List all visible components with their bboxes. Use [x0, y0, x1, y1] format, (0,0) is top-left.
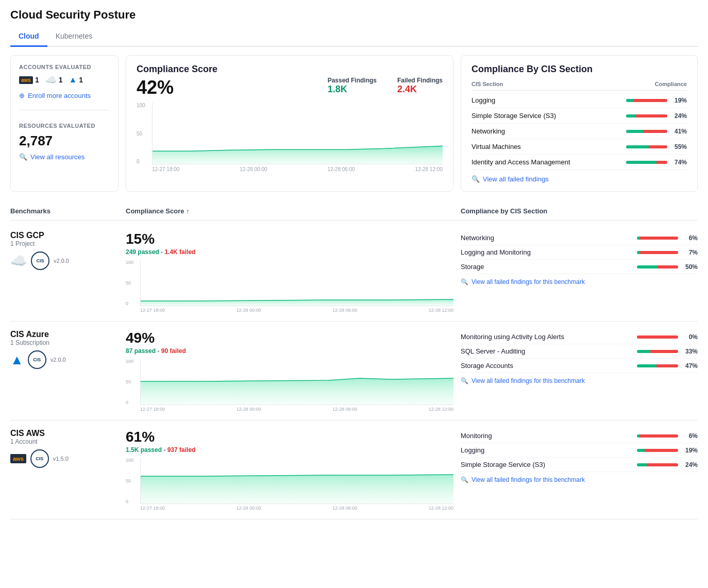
progress-bar: [637, 463, 678, 466]
progress-bar: [637, 364, 678, 367]
page-title: Cloud Security Posture: [10, 8, 698, 22]
bench-cis-monitoring: Monitoring 6%: [461, 429, 698, 443]
cis-row-name: Storage Accounts: [461, 362, 513, 369]
bench-azure-version: v2.0.0: [50, 357, 66, 363]
cis-row-name: Logging: [461, 446, 484, 454]
cis-row-right: 55%: [626, 143, 687, 150]
bench-cis-sql: SQL Server - Auditing 33%: [461, 344, 698, 359]
cis-badge-gcp: CIS: [31, 251, 49, 270]
mini-chart: [140, 260, 453, 306]
cis-row-iam: Identity and Access Management 74%: [471, 155, 687, 170]
accounts-card: Accounts Evaluated aws 1 ☁️ 1 ▲ 1: [10, 55, 119, 192]
cis-row-name: Networking: [461, 234, 494, 242]
tab-cloud[interactable]: Cloud: [10, 28, 47, 47]
bench-gcp-left: CIS GCP 1 Project ☁️ CIS v2.0.0: [10, 231, 119, 270]
progress-bar: [637, 265, 678, 268]
aws-count: 1: [35, 76, 39, 84]
cis-row-right: 41%: [626, 128, 687, 135]
progress-bar: [637, 237, 678, 240]
failed-stat: Failed Findings 2.4K: [397, 77, 443, 95]
cis-row-name: Storage: [461, 263, 484, 271]
bench-aws-name: CIS AWS: [10, 429, 119, 438]
cis-badge-aws: CIS: [30, 449, 49, 468]
cis-row-name: SQL Server - Auditing: [461, 347, 525, 355]
view-failed-findings-link[interactable]: 🔍 View all failed findings: [471, 175, 687, 183]
bench-aws-view-link[interactable]: 🔍 View all failed findings for this benc…: [461, 476, 698, 483]
bench-azure-view-link[interactable]: 🔍 View all failed findings for this benc…: [461, 377, 698, 384]
bench-gcp-score: 15%: [126, 231, 453, 247]
bench-gcp-version: v2.0.0: [54, 258, 69, 264]
bench-gcp-sub: 1 Project: [10, 240, 119, 247]
view-failed-label: View all failed findings: [483, 175, 549, 183]
bench-aws-right: Monitoring 6% Logging 19%: [461, 429, 698, 483]
mini-chart-x: 12-27 18:0012-28 00:0012-28 06:0012-28 1…: [140, 308, 453, 313]
cis-card-title: Compliance By CIS Section: [471, 64, 687, 75]
bench-azure-stats: 87 passed - 90 failed: [126, 347, 453, 355]
chart-x-labels: 12-27 18:0012-28 00:0012-28 06:0012-28 1…: [152, 166, 443, 172]
progress-bar: [637, 251, 678, 254]
bench-azure-icons: ▲ CIS v2.0.0: [10, 350, 119, 369]
enroll-icon: ⊕: [19, 92, 25, 99]
cis-row-s3: Simple Storage Service (S3) 24%: [471, 108, 687, 124]
passed-stat: Passed Findings 1.8K: [328, 77, 377, 95]
cis-row-name: Simple Storage Service (S3): [471, 112, 556, 120]
bench-cis-activity-log: Monitoring using Activity Log Alerts 0%: [461, 330, 698, 344]
view-resources-label: View all resources: [30, 153, 85, 161]
bench-aws-score: 61%: [126, 429, 453, 445]
azure-failed: 90 failed: [161, 347, 186, 355]
cis-badge-text: CIS: [33, 357, 41, 362]
view-link-label: View all failed findings for this benchm…: [471, 377, 585, 384]
pct-label: 41%: [672, 128, 687, 135]
failed-label: Failed Findings: [397, 77, 443, 84]
cis-row-name: Simple Storage Service (S3): [461, 461, 545, 468]
benchmark-aws-row: CIS AWS 1 Account aws CIS v1.5.0 61% 1.5…: [10, 421, 698, 519]
pct-label: 74%: [672, 159, 687, 166]
gcp-cloud-icon: ☁️: [10, 253, 27, 269]
cis-row-name: Identity and Access Management: [471, 158, 570, 166]
cis-row-logging: Logging 19%: [471, 93, 687, 108]
benchmark-gcp-row: CIS GCP 1 Project ☁️ CIS v2.0.0 15% 249 …: [10, 223, 698, 322]
score-stats: Passed Findings 1.8K Failed Findings 2.4…: [328, 77, 443, 95]
bench-azure-left: CIS Azure 1 Subscription ▲ CIS v2.0.0: [10, 330, 119, 369]
progress-bar: [637, 335, 678, 339]
resources-label: Resources Evaluated: [19, 123, 110, 129]
bench-azure-right: Monitoring using Activity Log Alerts 0% …: [461, 330, 698, 384]
cis-row-right: 19%: [626, 97, 687, 104]
cis-row-right: 24%: [626, 112, 687, 120]
progress-bar: [626, 114, 667, 117]
bench-aws-sub: 1 Account: [10, 438, 119, 445]
bench-gcp-icons: ☁️ CIS v2.0.0: [10, 251, 119, 270]
cis-col-compliance: Compliance: [655, 81, 687, 87]
azure-passed: 87 passed: [126, 347, 156, 355]
cis-row-networking: Networking 41%: [471, 124, 687, 139]
bench-azure-score: 49%: [126, 330, 453, 346]
cis-row-name: Logging: [471, 96, 495, 104]
progress-bar: [637, 350, 678, 353]
bench-gcp-view-link[interactable]: 🔍 View all failed findings for this benc…: [461, 278, 698, 285]
pct-label: 24%: [672, 112, 687, 120]
progress-bar: [637, 449, 678, 452]
mini-chart: [140, 359, 453, 405]
benchmarks-header: Benchmarks Compliance Score ↑ Compliance…: [10, 202, 698, 221]
tab-kubernetes[interactable]: Kubernetes: [47, 28, 101, 47]
progress-bar: [626, 130, 667, 133]
progress-bar: [637, 434, 678, 438]
cis-table-header: CIS Section Compliance: [471, 81, 687, 91]
cis-section-card: Compliance By CIS Section CIS Section Co…: [461, 55, 698, 192]
gcp-icon: ☁️: [45, 74, 57, 86]
bench-azure-middle: 49% 87 passed - 90 failed 100500: [126, 330, 453, 412]
failed-value: 2.4K: [397, 84, 443, 95]
bench-azure-name: CIS Azure: [10, 330, 119, 339]
bench-aws-stats: 1.5K passed - 937 failed: [126, 446, 453, 453]
bench-gcp-right: Networking 6% Logging and Monitoring: [461, 231, 698, 285]
bench-gcp-chart: 100500 12-27 18:: [126, 260, 453, 313]
enroll-link[interactable]: ⊕ Enroll more accounts: [19, 92, 110, 99]
mini-chart-x: 12-27 18:0012-28 00:0012-28 06:0012-28 1…: [140, 506, 453, 511]
chart-area: [152, 103, 443, 164]
progress-bar: [626, 145, 667, 148]
search-icon: 🔍: [461, 377, 468, 384]
cis-row-name: Monitoring: [461, 432, 492, 440]
cis-badge-text: CIS: [36, 456, 43, 461]
view-resources-link[interactable]: 🔍 View all resources: [19, 153, 110, 161]
pct-label: 19%: [672, 97, 687, 104]
